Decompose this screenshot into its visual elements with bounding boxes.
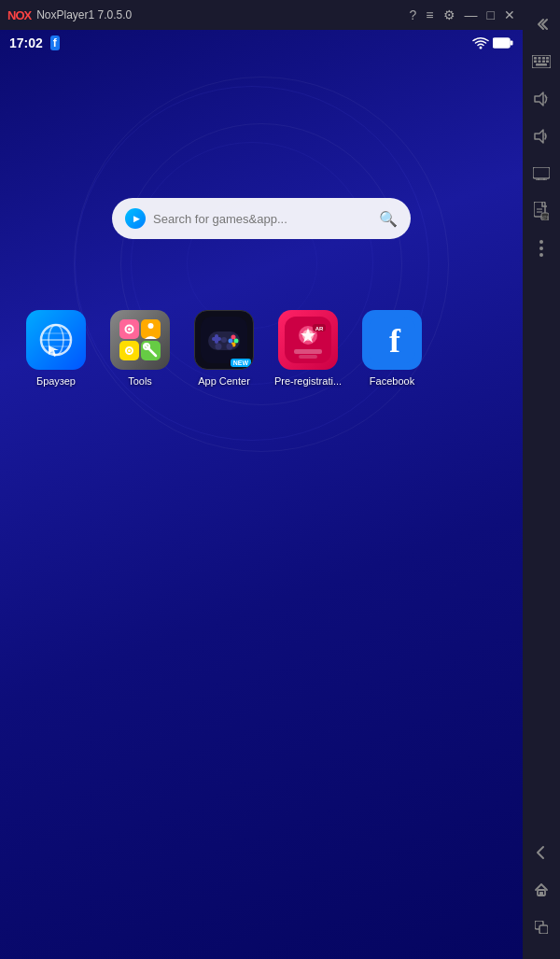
svg-rect-55 [533, 167, 550, 178]
right-sidebar: + - APK [523, 0, 560, 959]
tools-icon [110, 310, 170, 370]
svg-point-29 [216, 344, 222, 350]
svg-text:+: + [545, 94, 549, 100]
svg-point-26 [229, 339, 233, 344]
nox-logo: NOX [7, 8, 31, 22]
prereg-icon: AR [278, 310, 338, 370]
search-button[interactable]: 🔍 [379, 210, 398, 228]
svg-point-14 [128, 328, 131, 331]
app-item-browser[interactable]: Браузер [19, 310, 93, 388]
facebook-icon: f [362, 310, 422, 370]
minimize-button[interactable]: — [465, 7, 478, 22]
prereg-label: Pre-registrati... [274, 375, 342, 388]
sidebar-expand-button[interactable] [525, 7, 558, 41]
svg-rect-1 [493, 38, 510, 48]
maximize-button[interactable]: □ [487, 7, 495, 22]
app-item-facebook[interactable]: f Facebook [355, 310, 429, 388]
svg-point-0 [480, 47, 483, 49]
settings-button[interactable]: ⚙ [443, 7, 455, 22]
svg-rect-23 [215, 334, 218, 344]
back-button[interactable] [525, 836, 558, 869]
titlebar-controls: ? ≡ ⚙ — □ ✕ [410, 7, 515, 22]
svg-rect-48 [542, 61, 545, 63]
volume-up-button[interactable]: + [525, 82, 558, 116]
svg-rect-43 [539, 57, 541, 60]
svg-rect-50 [536, 63, 547, 66]
browser-label: Браузер [36, 375, 76, 388]
svg-text:f: f [389, 322, 401, 360]
svg-point-64 [539, 240, 543, 244]
wifi-icon [472, 36, 489, 49]
svg-point-30 [227, 344, 233, 350]
appcenter-label: App Center [198, 375, 250, 388]
new-badge: NEW [231, 359, 251, 367]
svg-rect-2 [511, 41, 513, 46]
svg-rect-49 [546, 61, 549, 63]
help-button[interactable]: ? [410, 7, 417, 22]
app-item-tools[interactable]: Tools [103, 310, 177, 388]
facebook-notification-icon: f [50, 35, 60, 50]
volume-down-button[interactable]: - [525, 120, 558, 153]
svg-text:AR: AR [315, 326, 324, 331]
svg-point-66 [539, 253, 543, 257]
svg-rect-36 [299, 355, 317, 359]
screen-button[interactable] [525, 157, 558, 190]
status-right-icons [472, 36, 513, 49]
app-title: NoxPlayer1 7.0.5.0 [36, 8, 409, 21]
svg-rect-42 [534, 57, 537, 60]
status-bar: 17:02 f [0, 30, 523, 56]
svg-marker-53 [535, 130, 543, 143]
clock: 17:02 [9, 35, 43, 50]
play-store-icon [125, 208, 146, 229]
menu-button[interactable]: ≡ [426, 7, 433, 22]
titlebar: NOX NoxPlayer1 7.0.5.0 ? ≡ ⚙ — □ ✕ [0, 0, 523, 30]
browser-icon [26, 310, 86, 370]
svg-rect-45 [546, 57, 549, 60]
search-bar[interactable]: 🔍 [112, 198, 411, 239]
svg-rect-70 [539, 925, 548, 934]
svg-rect-35 [294, 349, 322, 354]
sidebar-bottom-controls [525, 836, 558, 952]
app-item-preregistration[interactable]: AR Pre-registrati... [271, 310, 345, 388]
svg-text:APK: APK [540, 215, 549, 220]
svg-rect-46 [534, 61, 537, 63]
svg-point-17 [128, 349, 131, 352]
appcenter-icon: NEW [194, 310, 254, 370]
apk-button[interactable]: APK [525, 194, 558, 228]
svg-point-25 [234, 339, 239, 344]
search-input[interactable] [153, 212, 371, 226]
app-item-appcenter[interactable]: NEW App Center [187, 310, 261, 388]
keyboard-button[interactable] [525, 45, 558, 78]
svg-rect-68 [539, 892, 543, 896]
tools-label: Tools [128, 375, 152, 388]
battery-icon [493, 37, 513, 49]
svg-point-24 [231, 335, 236, 340]
home-button[interactable] [525, 873, 558, 907]
more-options-button[interactable] [525, 232, 558, 265]
close-button[interactable]: ✕ [504, 7, 515, 22]
svg-marker-51 [535, 92, 543, 106]
svg-rect-47 [539, 61, 541, 63]
svg-point-65 [539, 247, 543, 250]
recent-apps-button[interactable] [525, 910, 558, 944]
facebook-label: Facebook [370, 375, 414, 388]
svg-point-28 [221, 337, 227, 343]
android-screen: 17:02 f 🔍 [0, 30, 523, 959]
app-grid: Браузер [19, 310, 429, 388]
svg-rect-10 [141, 319, 161, 339]
svg-point-15 [148, 323, 154, 329]
svg-rect-44 [542, 57, 545, 60]
